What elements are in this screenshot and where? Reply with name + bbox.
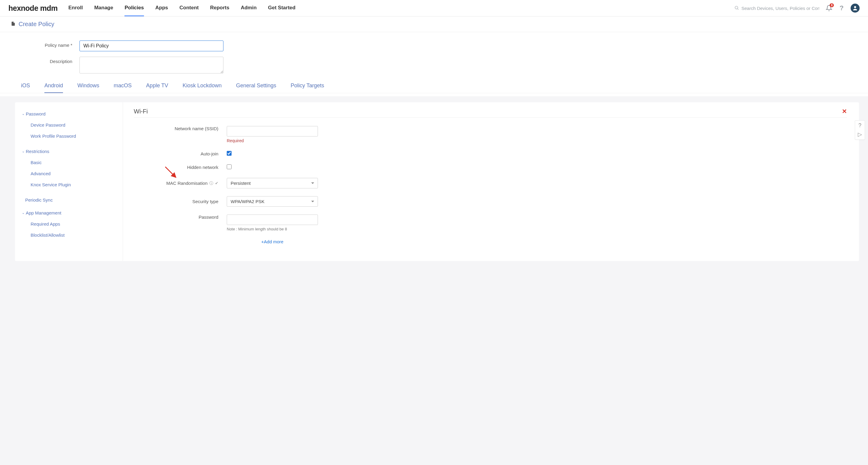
sidebar-item-device-password[interactable]: Device Password	[22, 119, 114, 130]
tab-targets[interactable]: Policy Targets	[291, 79, 324, 93]
policy-name-label: Policy name *	[0, 40, 80, 48]
page-title: Create Policy	[19, 21, 54, 28]
nav-manage[interactable]: Manage	[94, 0, 113, 16]
svg-point-2	[854, 6, 856, 8]
body-wrap: ⌄ Password Device Password Work Profile …	[15, 102, 859, 261]
tab-appletv[interactable]: Apple TV	[146, 79, 168, 93]
password-input[interactable]	[227, 215, 318, 225]
page-title-row: Create Policy	[0, 17, 868, 32]
tab-windows[interactable]: Windows	[78, 79, 99, 93]
notif-badge: 8	[830, 3, 834, 7]
top-icons: 8 ?	[826, 4, 860, 12]
sidebar-item-basic[interactable]: Basic	[22, 157, 114, 168]
description-label: Description	[0, 57, 80, 64]
tab-android[interactable]: Android	[44, 79, 63, 93]
chevron-down-icon: ⌄	[22, 112, 25, 116]
policy-name-input[interactable]	[80, 40, 223, 51]
help-icon[interactable]: ?	[838, 4, 845, 12]
chevron-down-icon: ⌄	[22, 211, 25, 215]
help-panel-play-icon[interactable]: ▷	[858, 131, 862, 138]
basic-form: Policy name * Description iOS Android Wi…	[0, 32, 868, 96]
nav-policies[interactable]: Policies	[124, 0, 144, 16]
svg-line-1	[738, 9, 738, 9]
sectype-select[interactable]: WPA/WPA2 PSK	[227, 196, 318, 207]
section-head: Wi-Fi ✕	[134, 108, 847, 118]
info-icon[interactable]: ⓘ	[209, 181, 213, 186]
sidebar-item-advanced[interactable]: Advanced	[22, 168, 114, 179]
sidebar-item-required-apps[interactable]: Required Apps	[22, 218, 114, 229]
notifications-icon[interactable]: 8	[826, 4, 833, 12]
macrand-label: MAC Randomisation ⓘ ✔︎	[134, 181, 227, 186]
chevron-down-icon: ⌄	[22, 149, 25, 153]
sidebar-item-blocklist[interactable]: Blocklist/Allowlist	[22, 229, 114, 241]
nav-enroll[interactable]: Enroll	[68, 0, 83, 16]
sectype-label: Security type	[134, 199, 227, 204]
section-title: Wi-Fi	[134, 108, 148, 115]
search-icon	[734, 5, 739, 11]
macrand-select[interactable]: Persistent	[227, 178, 318, 188]
sidebar-item-knox[interactable]: Knox Service Plugin	[22, 179, 114, 190]
sidebar-section-restrictions[interactable]: ⌄ Restrictions	[22, 146, 114, 157]
search-wrap	[734, 5, 819, 11]
ssid-error: Required	[227, 138, 847, 143]
hidden-checkbox[interactable]	[227, 164, 231, 169]
sidebar-item-periodic-sync[interactable]: Periodic Sync	[22, 194, 114, 206]
sidebar-item-work-profile-password[interactable]: Work Profile Password	[22, 130, 114, 142]
nav-get-started[interactable]: Get Started	[268, 0, 296, 16]
tab-kiosk[interactable]: Kiosk Lockdown	[183, 79, 222, 93]
check-icon: ✔︎	[215, 181, 218, 185]
platform-tabs: iOS Android Windows macOS Apple TV Kiosk…	[0, 79, 868, 93]
nav-apps[interactable]: Apps	[155, 0, 168, 16]
autojoin-checkbox[interactable]	[227, 151, 231, 156]
floating-help-panel: ? ▷	[855, 120, 865, 140]
close-icon[interactable]: ✕	[842, 108, 847, 115]
tab-general[interactable]: General Settings	[236, 79, 276, 93]
description-input[interactable]	[80, 57, 223, 73]
password-label: Password	[134, 215, 227, 220]
avatar[interactable]	[850, 4, 860, 12]
sidebar: ⌄ Password Device Password Work Profile …	[15, 102, 123, 261]
tab-macos[interactable]: macOS	[114, 79, 132, 93]
svg-point-0	[735, 6, 738, 9]
sidebar-section-password[interactable]: ⌄ Password	[22, 108, 114, 119]
topbar: hexnode mdm Enroll Manage Policies Apps …	[0, 0, 868, 17]
autojoin-label: Auto-join	[134, 151, 227, 156]
brand-logo: hexnode mdm	[8, 4, 58, 12]
sidebar-section-app-management[interactable]: ⌄ App Management	[22, 207, 114, 218]
ssid-label: Network name (SSID)	[134, 126, 227, 131]
tab-ios[interactable]: iOS	[21, 79, 30, 93]
ssid-input[interactable]	[227, 126, 318, 136]
top-nav: Enroll Manage Policies Apps Content Repo…	[68, 0, 734, 16]
help-panel-question-icon[interactable]: ?	[859, 122, 861, 129]
password-note: Note : Minimum length should be 8	[227, 227, 847, 231]
nav-admin[interactable]: Admin	[241, 0, 257, 16]
nav-content[interactable]: Content	[179, 0, 198, 16]
main-panel: Wi-Fi ✕ Network name (SSID) Required Aut…	[123, 102, 859, 261]
file-icon	[11, 21, 16, 27]
add-more-link[interactable]: +Add more	[227, 239, 318, 244]
hidden-label: Hidden network	[134, 165, 227, 170]
nav-reports[interactable]: Reports	[210, 0, 229, 16]
search-input[interactable]	[741, 6, 819, 11]
